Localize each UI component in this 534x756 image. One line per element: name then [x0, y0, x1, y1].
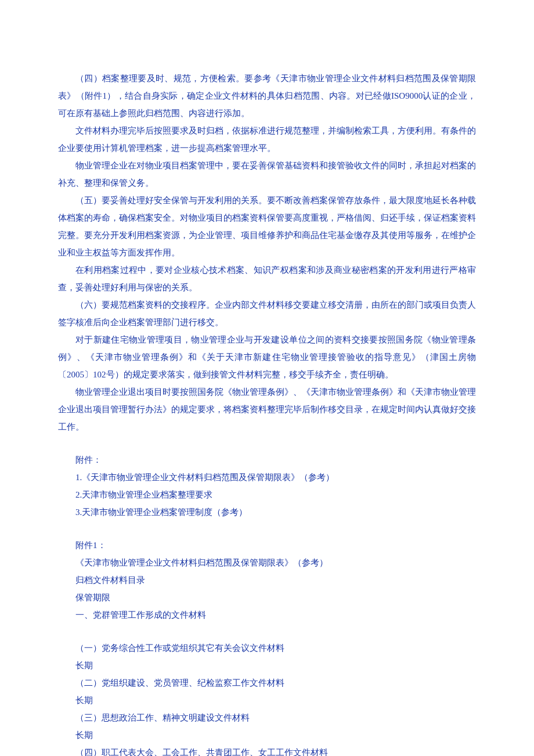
list-item-3-period: 长期 [58, 726, 476, 744]
attachments-heading: 附件： [58, 451, 476, 469]
paragraph-exit: 物业管理企业退出项目时要按照国务院《物业管理条例》、《天津市物业管理条例》和《天… [58, 383, 476, 435]
list-item-1: （一）党务综合性工作或党组织其它有关会议文件材料 [58, 639, 476, 657]
list-item-1-period: 长期 [58, 657, 476, 674]
paragraph-6: （六）要规范档案资料的交接程序。企业内部文件材料移交要建立移交清册，由所在的部门… [58, 296, 476, 331]
paragraph-5: （五）要妥善处理好安全保管与开发利用的关系。要不断改善档案保管存放条件，最大限度… [58, 192, 476, 261]
list-item-2-period: 长期 [58, 692, 476, 709]
blank-line [58, 624, 476, 639]
paragraph-new-res: 对于新建住宅物业管理项目，物业管理企业与开发建设单位之间的资料交接要按照国务院《… [58, 331, 476, 383]
attachment-item-2: 2.天津市物业管理企业档案整理要求 [58, 486, 476, 503]
annex1-sub1: 归档文件材料目录 [58, 571, 476, 589]
paragraph-4: （四）档案整理要及时、规范，方便检索。要参考《天津市物业管理企业文件材料归档范围… [58, 70, 476, 122]
attachment-item-3: 3.天津市物业管理企业档案管理制度（参考） [58, 503, 476, 521]
list-item-2: （二）党组织建设、党员管理、纪检监察工作文件材料 [58, 674, 476, 692]
paragraph-project: 物业管理企业在对物业项目档案管理中，要在妥善保管基础资料和接管验收文件的同时，承… [58, 157, 476, 192]
list-item-3: （三）思想政治工作、精神文明建设文件材料 [58, 709, 476, 726]
blank-line [58, 521, 476, 537]
list-item-4: （四）职工代表大会、工会工作、共青团工作、女工工作文件材料 [58, 744, 476, 756]
attachment-item-1: 1.《天津市物业管理企业文件材料归档范围及保管期限表》（参考） [58, 469, 476, 486]
paragraph-confidential: 在利用档案过程中，要对企业核心技术档案、知识产权档案和涉及商业秘密档案的开发利用… [58, 261, 476, 296]
document-page: （四）档案整理要及时、规范，方便检索。要参考《天津市物业管理企业文件材料归档范围… [0, 0, 534, 756]
paragraph-filing: 文件材料办理完毕后按照要求及时归档，依据标准进行规范整理，并编制检索工具，方便利… [58, 122, 476, 157]
blank-line [58, 435, 476, 451]
annex1-sub2: 保管期限 [58, 589, 476, 606]
annex1-title: 《天津市物业管理企业文件材料归档范围及保管期限表》（参考） [58, 554, 476, 571]
annex1-heading: 附件1： [58, 537, 476, 554]
annex1-section: 一、党群管理工作形成的文件材料 [58, 606, 476, 624]
